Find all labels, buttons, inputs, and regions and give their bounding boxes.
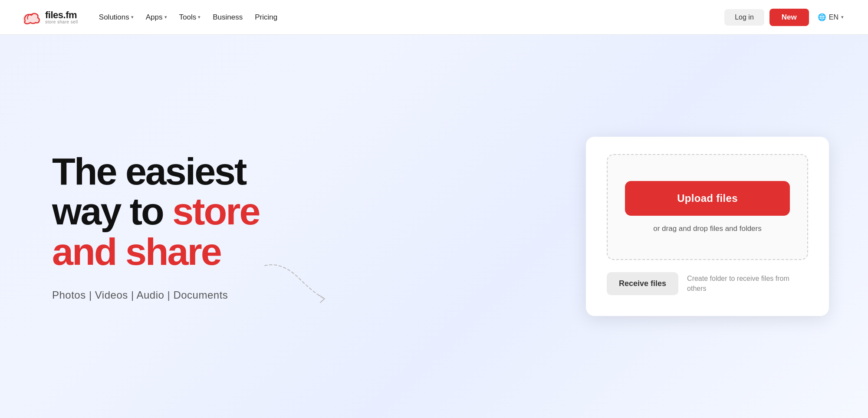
receive-description: Create folder to receive files from othe… <box>687 274 808 293</box>
logo-text: files.fm store share sell <box>45 10 78 24</box>
nav-pricing[interactable]: Pricing <box>250 10 283 25</box>
navbar: files.fm store share sell Solutions ▾ Ap… <box>0 0 868 35</box>
hero-section: The easiest way to store and share Photo… <box>0 35 868 418</box>
new-button[interactable]: New <box>769 9 809 26</box>
chevron-down-icon: ▾ <box>164 14 167 20</box>
nav-apps[interactable]: Apps ▾ <box>141 10 172 25</box>
hero-right: Upload files or drag and drop files and … <box>582 137 833 316</box>
dashed-arrow-decoration <box>256 257 334 309</box>
upload-files-button[interactable]: Upload files <box>625 181 790 216</box>
nav-business[interactable]: Business <box>207 10 248 25</box>
drag-drop-text: or drag and drop files and folders <box>653 224 762 233</box>
hero-title: The easiest way to store and share <box>52 151 304 272</box>
logo-icon <box>21 10 42 25</box>
globe-icon: 🌐 <box>818 13 826 21</box>
upload-dropzone[interactable]: Upload files or drag and drop files and … <box>607 154 808 260</box>
logo[interactable]: files.fm store share sell <box>21 10 78 25</box>
logo-name: files.fm <box>45 10 78 20</box>
upload-card: Upload files or drag and drop files and … <box>586 137 829 316</box>
nav-solutions[interactable]: Solutions ▾ <box>94 10 139 25</box>
chevron-down-icon: ▾ <box>198 14 201 20</box>
navbar-right: Log in New 🌐 EN ▾ <box>724 9 847 26</box>
chevron-down-icon: ▾ <box>841 14 844 20</box>
receive-files-button[interactable]: Receive files <box>607 272 678 295</box>
nav-tools[interactable]: Tools ▾ <box>174 10 206 25</box>
navbar-left: files.fm store share sell Solutions ▾ Ap… <box>21 10 283 25</box>
login-button[interactable]: Log in <box>724 9 764 26</box>
language-selector[interactable]: 🌐 EN ▾ <box>814 10 847 24</box>
chevron-down-icon: ▾ <box>131 14 134 20</box>
logo-tagline: store share sell <box>45 20 78 24</box>
nav-links: Solutions ▾ Apps ▾ Tools ▾ Business Pric… <box>94 10 283 25</box>
receive-section: Receive files Create folder to receive f… <box>607 272 808 295</box>
